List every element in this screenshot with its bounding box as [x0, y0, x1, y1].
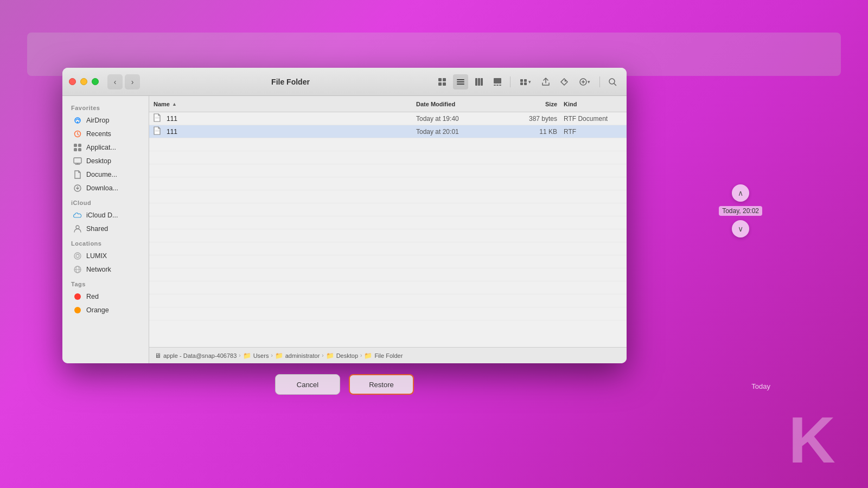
view-gallery-button[interactable] [490, 74, 505, 89]
breadcrumb-item-3[interactable]: Desktop [336, 352, 358, 359]
view-columns-button[interactable] [471, 74, 487, 89]
window-buttons: Cancel Restore [62, 374, 627, 395]
sidebar-documents-label: Docume... [86, 171, 117, 178]
sidebar-item-downloads[interactable]: Downloa... [66, 182, 145, 195]
col-size-header[interactable]: Size [503, 101, 557, 107]
svg-point-37 [76, 254, 79, 258]
restore-button[interactable]: Restore [349, 374, 414, 395]
svg-rect-11 [494, 85, 496, 86]
svg-rect-17 [524, 82, 527, 85]
empty-row [149, 164, 627, 177]
tags-section-label: Tags [62, 277, 149, 290]
sidebar-shared-label: Shared [86, 225, 108, 233]
locations-section-label: Locations [62, 236, 149, 249]
col-name-header[interactable]: Name ▲ [154, 101, 416, 107]
window-title: File Folder [146, 78, 435, 86]
file-row[interactable]: 111 Today at 20:01 11 KB RTF [149, 125, 627, 138]
sidebar-item-documents[interactable]: Docume... [66, 168, 145, 181]
svg-rect-31 [74, 158, 81, 163]
orange-tag-icon [73, 306, 82, 314]
desktop-icon [73, 157, 82, 165]
sidebar-item-applications[interactable]: Applicat... [66, 141, 145, 154]
breadcrumb-item-2[interactable]: administrator [285, 352, 320, 359]
empty-row [149, 190, 627, 203]
time-display: Today, 20:02 [719, 206, 762, 216]
empty-row [149, 255, 627, 268]
svg-rect-29 [74, 148, 77, 151]
breadcrumb-sep: › [239, 352, 240, 358]
sidebar-airdrop-label: AirDrop [86, 117, 109, 124]
close-button[interactable] [69, 78, 76, 85]
breadcrumb-item-4[interactable]: File Folder [374, 352, 403, 359]
sidebar-item-orange[interactable]: Orange [66, 304, 145, 317]
today-label: Today [751, 382, 770, 390]
sidebar-item-desktop[interactable]: Desktop [66, 155, 145, 168]
svg-rect-8 [478, 78, 480, 86]
breadcrumb-icon-3: 📁 [326, 352, 334, 359]
svg-rect-4 [457, 79, 464, 80]
traffic-lights [69, 78, 99, 85]
svg-point-25 [77, 121, 78, 123]
scroll-down-button[interactable]: ∨ [732, 220, 749, 237]
title-bar: ‹ › File Folder [62, 68, 627, 96]
sidebar-red-label: Red [86, 293, 99, 300]
svg-point-36 [74, 253, 81, 259]
tag-button[interactable] [557, 74, 572, 89]
empty-row [149, 281, 627, 294]
shared-icon [73, 224, 82, 233]
svg-rect-28 [78, 144, 81, 147]
search-button[interactable] [605, 74, 620, 89]
cancel-button[interactable]: Cancel [275, 374, 340, 395]
icloud-section-label: iCloud [62, 195, 149, 208]
file-name-1: 111 [167, 115, 416, 123]
forward-button[interactable]: › [125, 74, 140, 89]
svg-rect-7 [475, 78, 477, 86]
file-size-2: 11 KB [503, 128, 557, 136]
back-button[interactable]: ‹ [107, 74, 123, 89]
breadcrumb-sep: › [322, 352, 323, 358]
sidebar-item-airdrop[interactable]: AirDrop [66, 114, 145, 127]
sidebar-item-icloud-drive[interactable]: iCloud D... [66, 209, 145, 222]
breadcrumb-icon-0: 🖥 [155, 352, 161, 359]
column-headers: Name ▲ Date Modified Size Kind [149, 96, 627, 112]
sidebar-item-recents[interactable]: Recents [66, 127, 145, 140]
finder-body: Favorites AirDrop [62, 96, 627, 363]
svg-rect-10 [494, 78, 501, 84]
breadcrumb-bar: 🖥 apple - Data@snap-406783 › 📁 Users › 📁… [149, 347, 627, 363]
share-button[interactable] [538, 74, 553, 89]
toolbar-right: ▾ ▾ [435, 74, 620, 89]
sidebar-item-network[interactable]: Network [66, 263, 145, 276]
nav-buttons: ‹ › [107, 74, 140, 89]
action-button[interactable]: ▾ [575, 74, 595, 89]
svg-point-35 [76, 226, 79, 229]
sidebar-downloads-label: Downloa... [86, 184, 118, 192]
lumix-icon [73, 252, 82, 260]
maximize-button[interactable] [92, 78, 99, 85]
col-date-header[interactable]: Date Modified [416, 101, 503, 107]
sidebar-item-lumix[interactable]: LUMIX [66, 249, 145, 262]
svg-rect-16 [520, 82, 523, 85]
file-list: 111 Today at 19:40 387 bytes RTF Documen… [149, 112, 627, 347]
svg-point-18 [565, 80, 566, 81]
breadcrumb-item-1[interactable]: Users [253, 352, 269, 359]
empty-row [149, 307, 627, 320]
sidebar-item-shared[interactable]: Shared [66, 222, 145, 235]
airdrop-icon [73, 116, 82, 125]
empty-row [149, 177, 627, 190]
file-date-2: Today at 20:01 [416, 128, 503, 136]
breadcrumb-item-0[interactable]: apple - Data@snap-406783 [163, 352, 237, 359]
group-button[interactable]: ▾ [515, 74, 535, 89]
watermark-k: K [788, 402, 835, 477]
svg-rect-6 [457, 84, 464, 85]
view-icons-button[interactable] [435, 74, 450, 89]
sidebar-icloud-drive-label: iCloud D... [86, 211, 118, 219]
file-kind-2: RTF [557, 128, 622, 136]
view-list-button[interactable] [453, 74, 468, 89]
col-kind-header[interactable]: Kind [557, 101, 622, 107]
sidebar-applications-label: Applicat... [86, 144, 116, 151]
file-row[interactable]: 111 Today at 19:40 387 bytes RTF Documen… [149, 112, 627, 125]
network-icon [73, 265, 82, 274]
scroll-up-button[interactable]: ∧ [732, 184, 749, 202]
minimize-button[interactable] [80, 78, 87, 85]
sidebar-item-red[interactable]: Red [66, 290, 145, 303]
